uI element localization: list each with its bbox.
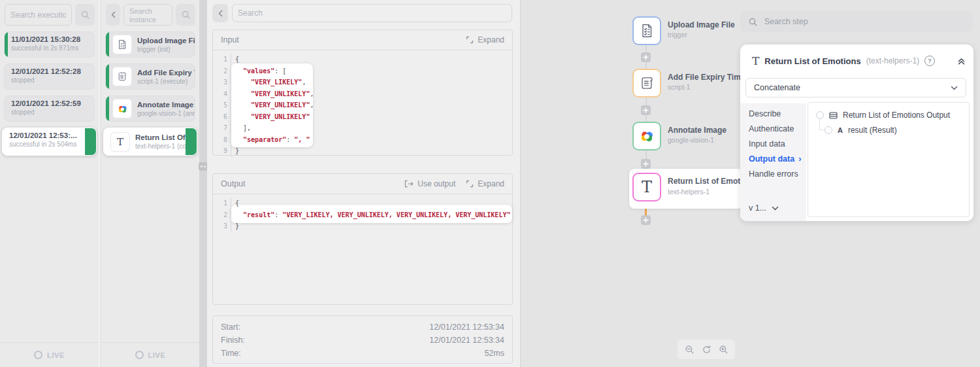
expand-label: Expand xyxy=(478,179,504,188)
execution-item[interactable]: 12/01/2021 12:52:59 stopped xyxy=(4,96,95,122)
executions-panel: 11/01/2021 15:30:28 successful in 2s 871… xyxy=(0,0,100,367)
version-selector[interactable]: v 1... xyxy=(749,203,779,213)
node-return-list-of-emotions[interactable]: T xyxy=(632,173,661,201)
step-item[interactable]: Annotate Image google-vision-1 (ann... xyxy=(105,96,195,122)
code-line: 1{ xyxy=(213,198,512,209)
radio-icon[interactable] xyxy=(825,126,832,134)
collapse-panel-icon[interactable] xyxy=(957,57,966,65)
add-step-button[interactable] xyxy=(641,105,651,115)
finish-label: Finish: xyxy=(221,334,245,347)
search-icon xyxy=(181,10,191,20)
output-box: Output Use output Expand 1{2 "result xyxy=(212,173,513,305)
node-subtitle: text-helpers-1 xyxy=(668,188,710,196)
node-add-file-expiry-time[interactable] xyxy=(632,69,661,97)
status-bar-success xyxy=(106,96,109,121)
tab-output-data[interactable]: Output data› xyxy=(749,154,806,164)
instance-live-footer[interactable]: LIVE xyxy=(101,342,199,367)
operation-value: Concatenate xyxy=(754,83,800,92)
add-step-button[interactable] xyxy=(641,159,651,169)
status-bar-success xyxy=(106,32,109,57)
code-line: 1{ xyxy=(213,54,512,65)
instance-panel-header: Search instance xyxy=(101,0,199,26)
zoom-in-button[interactable] xyxy=(719,345,728,355)
scroll-icon xyxy=(112,67,132,86)
expand-output-button[interactable]: Expand xyxy=(466,179,504,188)
executions-panel-header xyxy=(0,0,99,26)
radio-icon[interactable] xyxy=(816,111,824,119)
tree-root-row[interactable]: Return List of Emotions Output xyxy=(816,111,950,120)
execution-item[interactable]: 12/01/2021 12:52:28 stopped xyxy=(4,63,95,90)
add-step-button[interactable] xyxy=(641,52,651,62)
tab-describe[interactable]: Describe xyxy=(749,109,806,118)
start-label: Start: xyxy=(221,321,240,334)
step-item[interactable]: Upload Image File trigger (init) xyxy=(105,31,195,58)
search-executions-button[interactable] xyxy=(75,4,95,26)
node-upload-image-file[interactable] xyxy=(632,16,661,45)
tab-handle-errors[interactable]: Handle errors xyxy=(749,169,806,179)
input-json: 1{2 "values": [3 "VERY_LIKELY",4 "VERY_U… xyxy=(213,50,512,157)
step-subtitle: google-vision-1 (ann... xyxy=(137,110,195,117)
execution-item-selected[interactable]: 12/01/2021 12:53:... successful in 2s 50… xyxy=(2,128,97,156)
time-label: Time: xyxy=(221,347,241,360)
code-text: "VERY_UNLIKELY" xyxy=(231,111,310,123)
output-json: 1{2 "result": "VERY_LIKELY, VERY_UNLIKEL… xyxy=(213,194,512,232)
chevron-down-icon xyxy=(951,86,958,90)
zoom-out-button[interactable] xyxy=(685,345,694,355)
code-line: 3 "VERY_LIKELY", xyxy=(213,77,512,88)
tree-child-row[interactable]: A result (Result) xyxy=(825,126,897,135)
expand-icon xyxy=(466,36,474,44)
text-helper-icon: T xyxy=(110,132,130,152)
code-line: 6 "VERY_UNLIKELY" xyxy=(213,111,512,123)
google-cloud-icon xyxy=(112,99,132,118)
execution-status: successful in 2s 871ms xyxy=(11,44,89,52)
step-item-selected[interactable]: T Return List Of ... text-helpers-1 (co.… xyxy=(103,128,197,156)
search-step-input[interactable]: Search step xyxy=(740,11,973,32)
execution-item[interactable]: 11/01/2021 15:30:28 successful in 2s 871… xyxy=(4,31,95,58)
search-instance-button[interactable] xyxy=(176,4,195,26)
input-box: Input Expand 1{2 "values": [3 "VERY_LIKE… xyxy=(212,29,513,156)
execution-status: successful in 2s 504ms xyxy=(9,141,91,148)
code-line: 7 ], xyxy=(213,122,512,134)
use-output-icon xyxy=(404,180,414,188)
add-step-button[interactable] xyxy=(641,215,651,225)
node-title: Upload Image File xyxy=(668,20,735,29)
chevron-left-icon xyxy=(110,11,116,18)
line-number: 8 xyxy=(213,134,231,146)
code-text: "result": "VERY_LIKELY, VERY_UNLIKELY, V… xyxy=(231,209,510,221)
execution-detail-panel: Input Expand 1{2 "values": [3 "VERY_LIKE… xyxy=(207,0,521,367)
code-line: 9} xyxy=(213,145,512,157)
step-item[interactable]: Add File Expiry Ti... script-1 (execute) xyxy=(105,63,195,90)
status-bar-success xyxy=(106,64,109,89)
line-number: 3 xyxy=(213,77,231,88)
document-checklist-icon xyxy=(112,35,132,54)
string-attribute-icon: A xyxy=(838,126,843,134)
node-annotate-image[interactable] xyxy=(632,122,661,150)
node-subtitle: trigger xyxy=(668,31,687,39)
output-box-title: Output xyxy=(221,179,246,188)
tab-authenticate[interactable]: Authenticate xyxy=(749,124,806,133)
code-text: "separator": ", " xyxy=(231,134,310,146)
use-output-button[interactable]: Use output xyxy=(404,179,455,188)
line-number: 4 xyxy=(213,88,231,100)
back-button[interactable] xyxy=(212,4,228,22)
tab-input-data[interactable]: Input data xyxy=(749,139,806,149)
expand-input-button[interactable]: Expand xyxy=(466,35,504,44)
log-panel-header xyxy=(207,0,520,22)
canvas-zoom-controls xyxy=(678,340,735,359)
help-icon[interactable]: ? xyxy=(924,56,935,66)
search-executions-input[interactable] xyxy=(5,4,72,26)
search-log-input[interactable] xyxy=(232,4,512,22)
operation-select[interactable]: Concatenate xyxy=(745,78,966,97)
search-instance-input[interactable]: Search instance xyxy=(123,4,172,26)
zoom-reset-button[interactable] xyxy=(702,345,711,355)
executions-live-footer[interactable]: LIVE xyxy=(0,342,99,367)
tree-child-label: result (Result) xyxy=(848,126,897,135)
expand-icon xyxy=(466,180,474,188)
code-text: "values": [ xyxy=(231,65,286,77)
step-title: Add File Expiry Ti... xyxy=(137,69,195,77)
collapse-panel-button[interactable] xyxy=(106,4,120,26)
resize-grip-handle[interactable] xyxy=(199,162,208,171)
panel-resize-divider[interactable] xyxy=(199,0,207,367)
search-step-placeholder: Search step xyxy=(764,17,808,26)
active-tab-arrow-icon: › xyxy=(798,154,801,164)
